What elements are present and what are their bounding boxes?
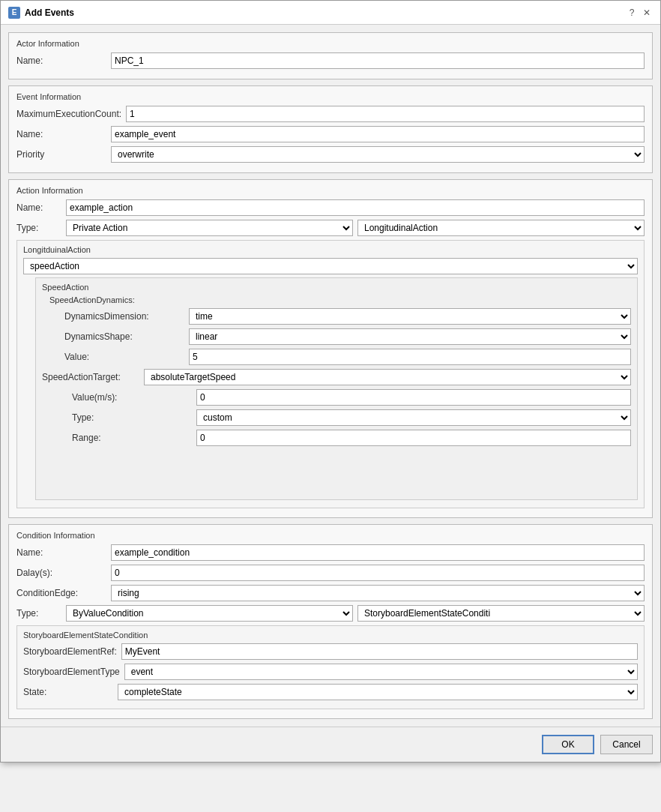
dialog-body: Actor Information Name: Event Informatio… [1, 25, 660, 727]
ref-input[interactable] [121, 643, 638, 660]
action-type-row: Type: Private Action Global Action Longi… [16, 220, 645, 236]
element-type-label: StoryboardElementType [23, 667, 120, 677]
app-icon: E [8, 7, 20, 19]
target-row: SpeedActionTarget: absoluteTargetSpeed r… [42, 369, 631, 385]
speed-action-title: SpeedAction [42, 283, 631, 292]
state-select[interactable]: completeState runningState standbyState [118, 684, 638, 700]
close-button[interactable]: ✕ [641, 7, 653, 19]
speed-action-subsection: SpeedAction SpeedActionDynamics: Dynamic… [35, 277, 638, 500]
event-section: Event Information MaximumExecutionCount:… [8, 85, 653, 173]
edge-label: ConditionEdge: [16, 588, 106, 598]
range-row: Range: [72, 430, 631, 446]
max-exec-input[interactable] [126, 106, 645, 122]
longitudinal-title: LongitduinalAction [23, 245, 638, 254]
actor-name-input[interactable] [111, 52, 645, 69]
edge-select[interactable]: rising falling risingOrFalling none [111, 585, 645, 601]
dynamics-title: SpeedActionDynamics: [49, 295, 631, 304]
longitudinal-subsection: LongitduinalAction speedAction distanceA… [16, 240, 645, 508]
actor-name-row: Name: [16, 52, 645, 69]
speed-action-inner: SpeedActionDynamics: DynamicsDimension: … [49, 295, 631, 365]
spacer [42, 450, 631, 495]
ref-row: StoryboardElementRef: [23, 643, 638, 660]
titlebar-controls: ? ✕ [626, 7, 653, 19]
storyboard-title: StoryboardElementStateCondition [23, 631, 638, 640]
action-name-input[interactable] [66, 199, 645, 216]
element-type-row: StoryboardElementType event act story ma… [23, 664, 638, 680]
longitudinal-select[interactable]: speedAction distanceAction [23, 258, 638, 274]
action-section-title: Action Information [16, 186, 645, 195]
event-name-input[interactable] [111, 126, 645, 142]
titlebar: E Add Events ? ✕ [1, 1, 660, 25]
dynamics-value-row: Value: [64, 349, 631, 365]
dynamics-value-label: Value: [64, 352, 184, 362]
delay-row: Dalay(s): [16, 565, 645, 581]
delay-label: Dalay(s): [16, 568, 106, 578]
actor-section: Actor Information Name: [8, 32, 653, 79]
dynamics-dimension-label: DynamicsDimension: [64, 311, 184, 322]
priority-label: Priority [16, 149, 106, 160]
storyboard-subsection: StoryboardElementStateCondition Storyboa… [16, 625, 645, 709]
action-name-label: Name: [16, 202, 61, 213]
delay-input[interactable] [111, 565, 645, 581]
condition-section-title: Condition Information [16, 531, 645, 540]
actor-name-label: Name: [16, 55, 106, 66]
priority-row: Priority overwrite override skip [16, 146, 645, 163]
range-input[interactable] [196, 430, 631, 446]
actor-section-title: Actor Information [16, 39, 645, 48]
value-ms-label: Value(m/s): [72, 392, 192, 403]
dynamics-dimension-row: DynamicsDimension: time distance rate [64, 308, 631, 325]
state-label: State: [23, 687, 113, 697]
action-type-label: Type: [16, 223, 61, 233]
action-type-select1[interactable]: Private Action Global Action [66, 220, 353, 236]
condition-name-row: Name: [16, 544, 645, 561]
range-label: Range: [72, 433, 192, 443]
condition-section: Condition Information Name: Dalay(s): Co… [8, 524, 653, 719]
help-button[interactable]: ? [626, 7, 638, 19]
event-name-label: Name: [16, 129, 106, 139]
target-label: SpeedActionTarget: [42, 372, 139, 382]
priority-select[interactable]: overwrite override skip [111, 146, 645, 163]
sat-type-row: Type: custom delta factor [72, 409, 631, 426]
condition-type-select1[interactable]: ByValueCondition ByEntityCondition [66, 605, 353, 622]
sat-type-label: Type: [72, 412, 192, 423]
titlebar-left: E Add Events [8, 7, 74, 19]
value-ms-row: Value(m/s): [72, 389, 631, 406]
action-name-row: Name: [16, 199, 645, 216]
max-exec-row: MaximumExecutionCount: [16, 106, 645, 122]
dialog-footer: OK Cancel [1, 727, 660, 762]
dynamics-shape-select[interactable]: linear cubic sinusoidal step [189, 328, 631, 345]
ref-label: StoryboardElementRef: [23, 646, 117, 657]
condition-name-label: Name: [16, 547, 106, 558]
condition-type-label: Type: [16, 608, 61, 619]
event-section-title: Event Information [16, 92, 645, 101]
dialog-add-events: E Add Events ? ✕ Actor Information Name:… [0, 0, 661, 763]
max-exec-label: MaximumExecutionCount: [16, 109, 121, 119]
dynamics-shape-label: DynamicsShape: [64, 331, 184, 342]
event-name-row: Name: [16, 126, 645, 142]
action-type-select2[interactable]: LongitudinalAction LateralAction Visibil… [357, 220, 645, 236]
dynamics-value-input[interactable] [189, 349, 631, 365]
condition-type-row: Type: ByValueCondition ByEntityCondition… [16, 605, 645, 622]
sat-type-select[interactable]: custom delta factor [196, 409, 631, 426]
target-details: Value(m/s): Type: custom delta factor [72, 389, 631, 446]
target-select[interactable]: absoluteTargetSpeed relativeTargetSpeed [144, 369, 631, 385]
dynamics-dimension-select[interactable]: time distance rate [189, 308, 631, 325]
condition-name-input[interactable] [111, 544, 645, 561]
condition-type-select2[interactable]: StoryboardElementStateConditi Simulation… [357, 605, 645, 622]
edge-row: ConditionEdge: rising falling risingOrFa… [16, 585, 645, 601]
state-row: State: completeState runningState standb… [23, 684, 638, 700]
dialog-title: Add Events [25, 7, 74, 18]
element-type-select[interactable]: event act story maneuver action [124, 664, 638, 680]
value-ms-input[interactable] [196, 389, 631, 406]
dynamics-shape-row: DynamicsShape: linear cubic sinusoidal s… [64, 328, 631, 345]
ok-button[interactable]: OK [542, 735, 594, 754]
cancel-button[interactable]: Cancel [600, 735, 653, 754]
action-section: Action Information Name: Type: Private A… [8, 179, 653, 518]
